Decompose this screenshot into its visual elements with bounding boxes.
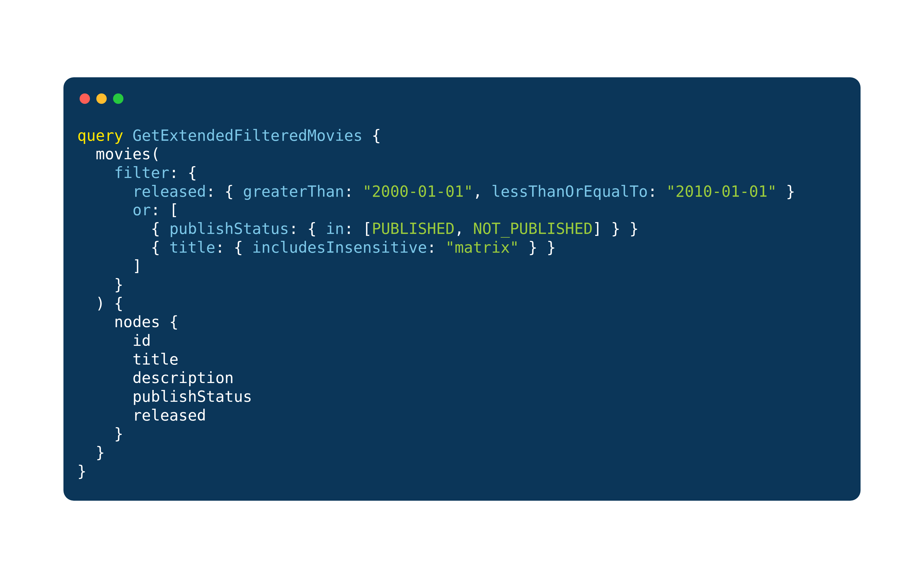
close-brace: } xyxy=(786,183,795,200)
close-brace: } xyxy=(77,462,86,480)
string-matrix: "matrix" xyxy=(445,239,519,256)
open-brace: { xyxy=(151,239,160,256)
arg-includesInsensitive: includesInsensitive xyxy=(252,239,427,256)
open-brace: { xyxy=(234,239,243,256)
close-brace: } xyxy=(547,239,556,256)
arg-publishStatus: publishStatus xyxy=(169,220,289,237)
open-brace: { xyxy=(188,164,197,182)
code-block: query GetExtendedFilteredMovies { movies… xyxy=(77,126,847,481)
arg-or: or xyxy=(132,201,151,219)
sel-title: title xyxy=(132,351,178,368)
arg-in: in xyxy=(326,220,344,237)
string-date1: "2000-01-01" xyxy=(363,183,473,200)
field-nodes: nodes xyxy=(114,313,160,331)
enum-not-published: NOT_PUBLISHED xyxy=(473,220,593,237)
enum-published: PUBLISHED xyxy=(372,220,454,237)
window-zoom-dot xyxy=(113,93,123,104)
colon: : xyxy=(344,220,353,237)
sel-description: description xyxy=(132,369,233,386)
string-date2: "2010-01-01" xyxy=(666,183,776,200)
operation-name: GetExtendedFilteredMovies xyxy=(132,127,363,144)
keyword-query: query xyxy=(77,127,123,144)
sel-released: released xyxy=(132,406,206,424)
open-brace: { xyxy=(372,127,381,144)
window-minimize-dot xyxy=(96,93,107,104)
close-brace: } xyxy=(528,239,538,256)
open-brace: { xyxy=(225,183,234,200)
window-close-dot xyxy=(79,93,90,104)
comma: , xyxy=(473,183,482,200)
open-bracket: [ xyxy=(363,220,372,237)
open-bracket: [ xyxy=(169,201,178,219)
close-brace: } xyxy=(114,276,123,293)
close-brace: } xyxy=(114,425,123,442)
colon: : xyxy=(169,164,178,182)
close-brace: } xyxy=(611,220,620,237)
open-brace: { xyxy=(114,294,123,312)
traffic-lights xyxy=(79,93,847,104)
arg-lessThanOrEqualTo: lessThanOrEqualTo xyxy=(491,183,648,200)
sel-id: id xyxy=(132,332,151,349)
close-paren: ) xyxy=(96,294,105,312)
open-brace: { xyxy=(151,220,160,237)
field-movies: movies xyxy=(96,145,151,163)
colon: : xyxy=(289,220,298,237)
colon: : xyxy=(216,239,225,256)
close-brace: } xyxy=(629,220,639,237)
colon: : xyxy=(206,183,216,200)
open-brace: { xyxy=(169,313,178,331)
colon: : xyxy=(344,183,353,200)
sel-publishStatus: publishStatus xyxy=(132,388,252,405)
arg-greaterThan: greaterThan xyxy=(243,183,344,200)
colon: : xyxy=(427,239,436,256)
arg-title: title xyxy=(169,239,216,256)
arg-filter: filter xyxy=(114,164,169,182)
colon: : xyxy=(648,183,657,200)
close-bracket: ] xyxy=(132,257,142,274)
comma: , xyxy=(454,220,464,237)
open-paren: ( xyxy=(151,145,160,163)
arg-released: released xyxy=(132,183,206,200)
close-bracket: ] xyxy=(593,220,602,237)
close-brace: } xyxy=(96,443,105,461)
code-window: query GetExtendedFilteredMovies { movies… xyxy=(63,77,861,501)
open-brace: { xyxy=(307,220,317,237)
colon: : xyxy=(151,201,160,219)
